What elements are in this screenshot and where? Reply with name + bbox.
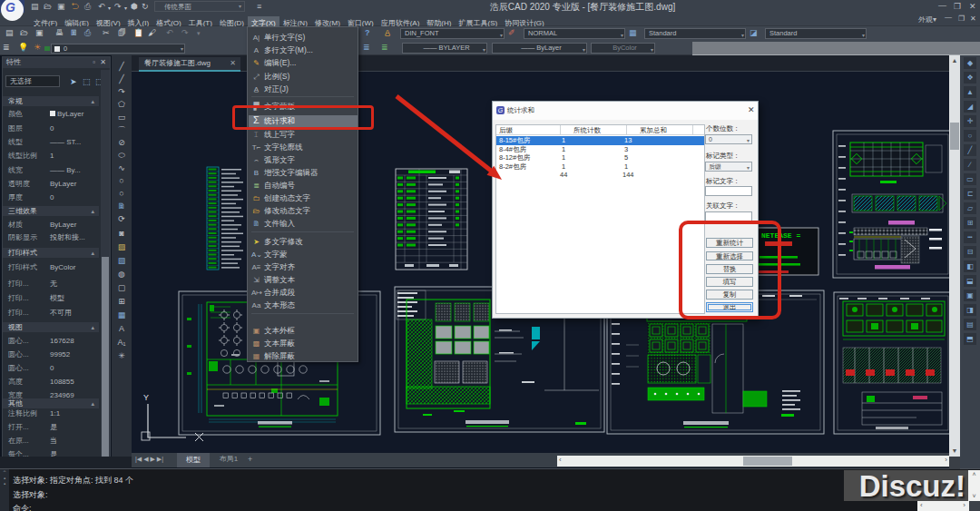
svg-text:Y: Y	[143, 393, 149, 402]
